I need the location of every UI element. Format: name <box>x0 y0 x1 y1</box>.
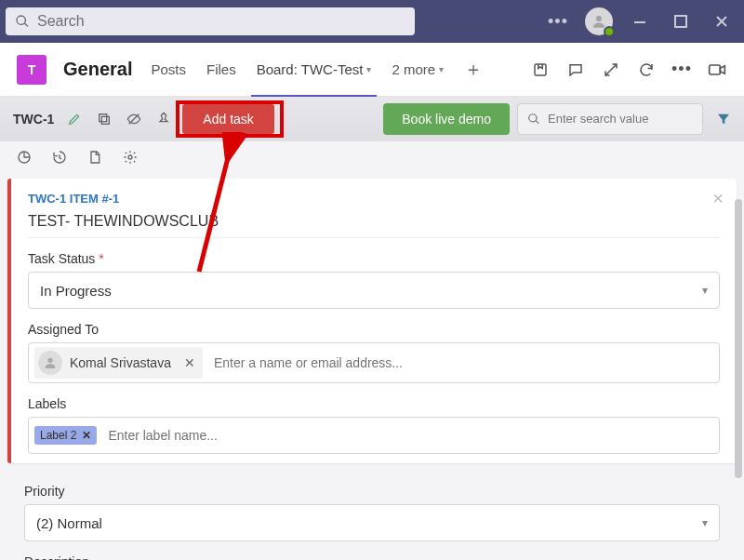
priority-select[interactable]: (2) Normal ▾ <box>24 504 720 541</box>
close-icon <box>715 15 728 28</box>
edit-button[interactable] <box>63 108 86 130</box>
labels-label: Labels <box>28 396 720 411</box>
task-detail-card: × TWC-1 ITEM #-1 TEST- THEWINDOWSCLUB Ta… <box>7 179 737 463</box>
channel-avatar: T <box>17 55 46 85</box>
chart-button[interactable] <box>13 146 35 168</box>
remove-user-button[interactable]: ✕ <box>184 355 195 370</box>
labels-text-input[interactable] <box>102 422 713 448</box>
popout-button[interactable] <box>601 60 621 80</box>
board-toolbar: TWC-1 Add task Book live demo Enter sear… <box>0 97 744 141</box>
assigned-user-name: Komal Srivastava <box>70 355 171 370</box>
tab-posts[interactable]: Posts <box>149 43 188 97</box>
export-button[interactable] <box>84 146 106 168</box>
search-icon <box>527 113 540 126</box>
assigned-user-chip: Komal Srivastava ✕ <box>34 347 203 379</box>
visibility-button[interactable] <box>123 108 145 130</box>
pencil-icon <box>67 112 82 127</box>
more-menu-button[interactable]: ••• <box>541 5 575 38</box>
teams-titlebar: Search ••• <box>0 0 744 43</box>
document-icon <box>87 150 102 165</box>
svg-rect-6 <box>100 113 107 121</box>
copy-icon <box>97 112 112 127</box>
board-search-placeholder: Enter search value <box>548 112 648 126</box>
save-icon <box>532 61 549 78</box>
svg-rect-1 <box>634 21 645 23</box>
minimize-icon <box>633 15 646 28</box>
priority-value: (2) Normal <box>36 515 102 531</box>
tab-more-label: 2 more <box>392 61 435 77</box>
priority-label: Priority <box>24 484 720 499</box>
search-icon <box>15 14 30 29</box>
board-search[interactable]: Enter search value <box>517 103 703 135</box>
channel-header: T General Posts Files Board: TWC-Test ▾ … <box>0 43 744 97</box>
status-value: In Progress <box>40 283 112 299</box>
expand-icon <box>603 61 619 78</box>
presence-available-icon <box>604 26 615 37</box>
svg-point-9 <box>128 155 132 159</box>
gear-icon <box>123 150 138 165</box>
chevron-down-icon: ▾ <box>366 64 371 74</box>
status-label: Task Status * <box>28 251 720 266</box>
filter-icon <box>716 112 731 127</box>
svg-rect-4 <box>710 65 721 74</box>
window-minimize-button[interactable] <box>623 5 657 38</box>
plus-icon: ＋ <box>464 57 483 82</box>
task-title[interactable]: TEST- THEWINDOWSCLUB <box>28 213 720 238</box>
assigned-to-text-input[interactable] <box>208 350 713 376</box>
chevron-down-icon: ▾ <box>439 64 444 74</box>
chat-icon <box>567 61 584 78</box>
book-demo-button[interactable]: Book live demo <box>383 103 510 135</box>
close-icon: × <box>712 188 724 208</box>
user-avatar-icon <box>38 351 62 375</box>
history-button[interactable] <box>48 146 71 168</box>
eye-off-icon <box>126 112 142 127</box>
search-placeholder-text: Search <box>37 13 85 30</box>
pin-button[interactable] <box>153 108 175 130</box>
svg-point-10 <box>47 358 52 363</box>
tab-more[interactable]: 2 more ▾ <box>390 43 445 97</box>
board-toolbar-secondary <box>0 141 744 173</box>
task-item-id[interactable]: TWC-1 ITEM #-1 <box>28 192 720 206</box>
board-app-area: TWC-1 Add task Book live demo Enter sear… <box>0 97 744 560</box>
svg-point-0 <box>596 16 602 21</box>
svg-rect-2 <box>675 16 686 27</box>
labels-input[interactable]: Label 2 ✕ <box>28 417 720 454</box>
global-search[interactable]: Search <box>6 7 415 35</box>
reload-icon <box>638 61 655 78</box>
save-tab-button[interactable] <box>530 60 551 80</box>
chevron-down-icon: ▾ <box>702 516 708 529</box>
maximize-icon <box>674 15 687 28</box>
window-maximize-button[interactable] <box>664 5 698 38</box>
remove-label-button[interactable]: ✕ <box>82 429 91 442</box>
window-close-button[interactable] <box>705 5 738 38</box>
tab-more-menu[interactable]: ••• <box>671 60 692 80</box>
copy-button[interactable] <box>93 108 115 130</box>
chat-button[interactable] <box>565 60 586 80</box>
ellipsis-icon: ••• <box>548 12 568 32</box>
settings-button[interactable] <box>119 146 141 168</box>
add-tab-button[interactable]: ＋ <box>462 43 485 97</box>
label-chip: Label 2 ✕ <box>34 426 97 445</box>
scrollbar-thumb[interactable] <box>735 199 742 478</box>
description-label: Description <box>24 554 720 560</box>
svg-rect-3 <box>535 64 546 75</box>
board-id-label: TWC-1 <box>13 112 54 127</box>
assigned-to-label: Assigned To <box>28 322 720 337</box>
close-task-button[interactable]: × <box>712 188 724 209</box>
tab-board-label: Board: TWC-Test <box>257 61 364 77</box>
reload-button[interactable] <box>636 60 657 80</box>
tab-files[interactable]: Files <box>205 43 238 97</box>
add-task-button[interactable]: Add task <box>182 104 273 134</box>
history-icon <box>52 150 67 165</box>
video-icon <box>708 61 726 78</box>
filter-button[interactable] <box>716 112 731 127</box>
pie-chart-icon <box>17 150 32 165</box>
label-chip-text: Label 2 <box>40 429 76 442</box>
svg-rect-5 <box>102 116 110 124</box>
tab-board[interactable]: Board: TWC-Test ▾ <box>255 43 374 97</box>
assigned-to-input[interactable]: Komal Srivastava ✕ <box>28 342 720 383</box>
meet-now-button[interactable] <box>707 60 727 80</box>
status-select[interactable]: In Progress ▾ <box>28 272 720 309</box>
chevron-down-icon: ▾ <box>702 284 708 297</box>
profile-avatar[interactable] <box>582 5 616 38</box>
